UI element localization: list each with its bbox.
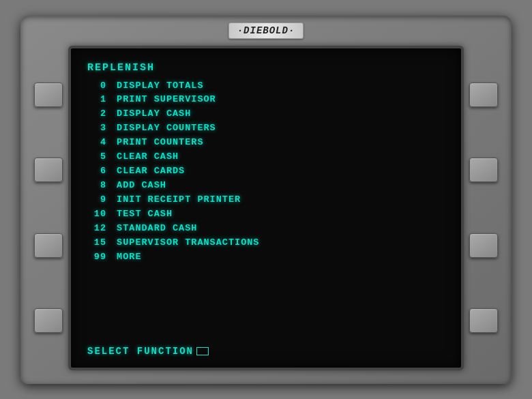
left-button-3[interactable] — [34, 233, 63, 258]
menu-item[interactable]: 15 SUPERVISOR TRANSACTIONS — [87, 236, 445, 250]
atm-machine: ·DIEBOLD· REPLENISH 0 DISPLAY TOTALS1 PR… — [20, 16, 512, 384]
menu-item[interactable]: 0 DISPLAY TOTALS — [87, 79, 445, 93]
menu-item[interactable]: 5 CLEAR CASH — [87, 150, 445, 164]
left-buttons — [34, 46, 63, 370]
menu-list: 0 DISPLAY TOTALS1 PRINT SUPERVISOR2 DISP… — [87, 79, 445, 265]
left-button-1[interactable] — [34, 83, 63, 107]
menu-item[interactable]: 12 STANDARD CASH — [87, 222, 445, 236]
right-button-1[interactable] — [469, 83, 498, 107]
screen-area: REPLENISH 0 DISPLAY TOTALS1 PRINT SUPERV… — [34, 46, 498, 370]
brand-label: ·DIEBOLD· — [228, 23, 304, 39]
cursor-box — [196, 347, 209, 355]
right-button-2[interactable] — [469, 158, 498, 182]
menu-item[interactable]: 1 PRINT SUPERVISOR — [87, 93, 445, 107]
right-button-4[interactable] — [469, 308, 498, 333]
right-buttons — [469, 46, 498, 370]
menu-item[interactable]: 99 MORE — [87, 250, 445, 265]
right-button-3[interactable] — [469, 233, 498, 258]
menu-item[interactable]: 10 TEST CASH — [87, 207, 445, 222]
atm-screen: REPLENISH 0 DISPLAY TOTALS1 PRINT SUPERV… — [68, 46, 464, 370]
left-button-4[interactable] — [34, 308, 63, 333]
select-function-label: SELECT FUNCTION — [87, 339, 445, 357]
left-button-2[interactable] — [34, 158, 63, 182]
menu-item[interactable]: 3 DISPLAY COUNTERS — [87, 121, 445, 136]
menu-item[interactable]: 8 ADD CASH — [87, 179, 445, 193]
menu-item[interactable]: 4 PRINT COUNTERS — [87, 136, 445, 150]
menu-item[interactable]: 6 CLEAR CARDS — [87, 164, 445, 179]
screen-title: REPLENISH — [87, 62, 445, 74]
menu-item[interactable]: 9 INIT RECEIPT PRINTER — [87, 193, 445, 207]
menu-item[interactable]: 2 DISPLAY CASH — [87, 107, 445, 121]
